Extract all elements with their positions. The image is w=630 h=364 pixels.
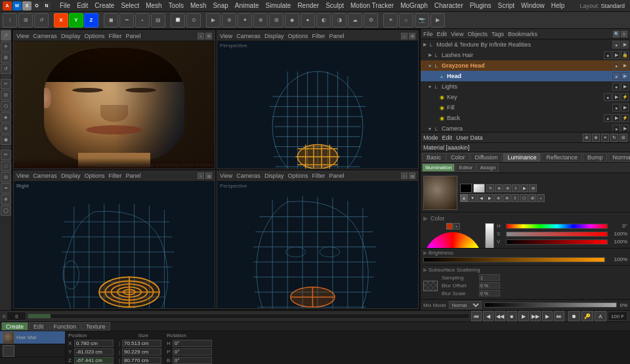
- tool-light2[interactable]: ☼: [399, 13, 413, 28]
- om-lock8[interactable]: ⚡: [621, 114, 629, 122]
- vp-tr-view[interactable]: View: [220, 33, 232, 39]
- subtab-editor[interactable]: Editor: [455, 163, 476, 172]
- vp-tl-view[interactable]: View: [16, 33, 29, 39]
- btn-auto[interactable]: A: [595, 311, 606, 321]
- tex-btn6[interactable]: ⊞: [529, 184, 537, 192]
- om-row-layer1[interactable]: ▶ L Model & Texture By Infinite Realitie…: [421, 39, 630, 50]
- size-x-input[interactable]: [122, 340, 161, 347]
- vp-tl-options[interactable]: Options: [84, 33, 104, 39]
- vp-tl-icon2[interactable]: ⊞: [205, 33, 212, 39]
- vp-bl-filter[interactable]: Filter: [108, 172, 121, 179]
- btn-stop[interactable]: ■: [507, 311, 517, 321]
- om-vis9[interactable]: ●: [612, 125, 620, 132]
- btn-key[interactable]: 🔑: [581, 311, 593, 321]
- vp-tr-panel[interactable]: Panel: [329, 33, 344, 39]
- vp-tl-display[interactable]: Display: [61, 33, 81, 39]
- om-vis4[interactable]: ●: [612, 72, 620, 80]
- om-vis2[interactable]: ●: [604, 51, 612, 59]
- tool-4[interactable]: ⊗: [253, 13, 268, 28]
- col-btn3[interactable]: ◀: [477, 194, 485, 202]
- tab-luminance[interactable]: Luminance: [503, 153, 541, 162]
- menu-simulate[interactable]: Simulate: [262, 2, 294, 9]
- vp-tl-cameras[interactable]: Cameras: [33, 33, 57, 39]
- btn-go-end[interactable]: ⏭: [554, 311, 564, 321]
- menu-motion-tracker[interactable]: Motion Tracker: [347, 2, 397, 9]
- subtab-assign[interactable]: Assign: [476, 163, 499, 172]
- size-y-input[interactable]: [122, 348, 161, 355]
- tool-inflate[interactable]: ◯: [1, 205, 11, 216]
- col-btn10[interactable]: +: [537, 194, 545, 202]
- menu-help[interactable]: Help: [548, 2, 568, 9]
- om-expand-7[interactable]: [432, 105, 438, 110]
- btn-play-back[interactable]: ◀◀: [495, 311, 505, 321]
- vp-br-filter[interactable]: Filter: [312, 172, 325, 179]
- vp-bl-view[interactable]: View: [16, 172, 29, 179]
- mat-icon2[interactable]: ⊗: [592, 134, 600, 142]
- om-row-head[interactable]: ▲ Head ● ▶: [421, 71, 630, 81]
- vp-bl-display[interactable]: Display: [61, 172, 81, 179]
- viewport-top-right[interactable]: View Cameras Display Options Filter Pane…: [217, 30, 419, 169]
- tool-grab[interactable]: ◎: [1, 172, 11, 182]
- col-btn2[interactable]: ▼: [469, 194, 476, 202]
- btn-rec[interactable]: ⏺: [568, 311, 580, 321]
- vp-tr-display[interactable]: Display: [264, 33, 284, 39]
- rot-h-input[interactable]: [173, 340, 212, 347]
- om-ren8[interactable]: ▶: [612, 114, 620, 122]
- vp-br-options[interactable]: Options: [287, 172, 308, 179]
- menu-mesh2[interactable]: Mesh: [187, 2, 209, 9]
- om-expand-1[interactable]: ▶: [422, 42, 427, 47]
- size-z-input[interactable]: [122, 357, 161, 364]
- om-vis8[interactable]: ●: [604, 114, 612, 122]
- tool-smooth[interactable]: ◌: [1, 161, 11, 171]
- tool-select-edge[interactable]: ━: [119, 13, 134, 28]
- tool-6[interactable]: ◆: [285, 13, 299, 28]
- pos-y-input[interactable]: [74, 348, 114, 355]
- om-ren2[interactable]: ▶: [612, 51, 620, 59]
- om-vis5[interactable]: ●: [612, 83, 620, 91]
- tex-btn1[interactable]: ↻: [486, 184, 494, 192]
- tab-bump[interactable]: Bump: [583, 153, 608, 162]
- om-expand-2[interactable]: ▶: [427, 52, 432, 58]
- menu-edit[interactable]: Edit: [74, 2, 91, 9]
- tool-cam[interactable]: 📷: [415, 13, 429, 28]
- menu-mesh[interactable]: Mesh: [142, 2, 165, 9]
- frame-input[interactable]: 0: [7, 312, 26, 321]
- mix-strength-slider[interactable]: [484, 302, 618, 308]
- mat-edit[interactable]: Edit: [442, 134, 453, 141]
- vp-bl-options[interactable]: Options: [84, 172, 104, 179]
- timeline-progress[interactable]: [28, 313, 470, 319]
- tool-10[interactable]: ☁: [348, 13, 362, 28]
- menu-animate[interactable]: Animate: [232, 2, 262, 9]
- om-row-grayzone[interactable]: ▼ L Grayzone Head ● ▶: [421, 60, 630, 71]
- tool-render[interactable]: ▶: [430, 13, 445, 28]
- vp-tr-cameras[interactable]: Cameras: [236, 33, 261, 39]
- tool-1[interactable]: ▶: [206, 13, 220, 28]
- tool-7[interactable]: ●: [301, 13, 315, 28]
- btn-play[interactable]: ▶: [518, 311, 529, 321]
- col-btn1[interactable]: ▲: [460, 194, 468, 202]
- vp-br-icon1[interactable]: +: [401, 172, 408, 179]
- rot-b-input[interactable]: [173, 357, 212, 364]
- om-vis7[interactable]: ●: [612, 104, 620, 111]
- pos-z-input[interactable]: [74, 357, 114, 364]
- om-ren4[interactable]: ▶: [621, 72, 629, 80]
- vp-br-panel[interactable]: Panel: [329, 172, 344, 179]
- om-expand-8[interactable]: [432, 115, 438, 121]
- vp-tl-panel[interactable]: Panel: [125, 33, 140, 39]
- om-ren1[interactable]: ▶: [621, 41, 629, 49]
- sss-thumb[interactable]: [423, 281, 438, 291]
- mat-preview-thumb[interactable]: [423, 176, 457, 210]
- om-expand-6[interactable]: [432, 94, 438, 100]
- menu-snap[interactable]: Snap: [209, 2, 231, 9]
- om-row-camera-layer[interactable]: ▼ L Camera ● ▶: [421, 123, 630, 132]
- tool-move-l[interactable]: ✛: [1, 41, 11, 52]
- tool-11[interactable]: ⚙: [364, 13, 378, 28]
- tool-3[interactable]: ✦: [238, 13, 252, 28]
- om-edit[interactable]: Edit: [437, 31, 448, 37]
- col-btn8[interactable]: ⬡: [520, 194, 528, 202]
- sat-slider[interactable]: [506, 232, 608, 237]
- vp-bl-icon1[interactable]: +: [198, 172, 204, 179]
- btn-play-fwd[interactable]: ▶▶: [530, 311, 541, 321]
- tool-select-model[interactable]: ◼: [104, 13, 118, 28]
- tool-knife[interactable]: ✂: [1, 79, 11, 89]
